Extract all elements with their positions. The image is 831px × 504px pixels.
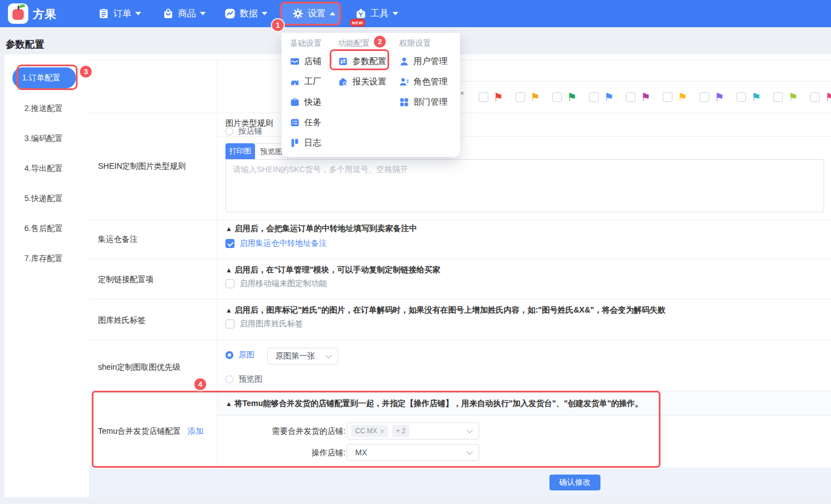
original-image-select[interactable]: 原图第一张 [267, 348, 338, 365]
menu-section-basic: 基础设置 [290, 39, 322, 49]
operate-shop-select[interactable]: MX [347, 444, 479, 461]
bag-icon [163, 8, 174, 19]
flag-icon: ⚑ [751, 92, 761, 102]
nav-label: 设置 [308, 8, 326, 20]
radio-circle[interactable] [225, 375, 233, 383]
checkbox-checked[interactable] [225, 239, 235, 248]
flag-checkbox[interactable] [773, 92, 783, 102]
flag-checkbox[interactable] [663, 92, 672, 102]
flag-icon: ⚑ [567, 92, 577, 102]
toolbox-icon [355, 8, 367, 19]
menu-item-user-management[interactable]: 用户管理 [399, 55, 448, 67]
flag-checkbox[interactable] [810, 92, 820, 102]
chevron-down-icon [200, 12, 206, 15]
sliders-icon [338, 57, 348, 66]
chart-icon [224, 8, 236, 19]
nav-item-settings[interactable]: 设置 [292, 0, 335, 27]
flag-checkbox[interactable] [736, 92, 746, 102]
chevron-down-icon [262, 12, 267, 15]
warehouse-checkbox-row[interactable]: 启用集运仓中转地址备注 [225, 238, 327, 249]
flag-checkbox[interactable] [700, 92, 709, 102]
package-icon [290, 97, 300, 107]
nav-label: 商品 [178, 8, 196, 20]
menu-item-role-management[interactable]: 角色管理 [399, 76, 448, 87]
menu-item-customs-settings[interactable]: 报关设置 [338, 76, 386, 87]
merge-shops-multiselect[interactable]: CC MX × + 2 [347, 422, 479, 439]
apple-icon [12, 9, 24, 20]
flag-option: ⚑ [589, 92, 613, 102]
page-title: 参数配置 [6, 38, 44, 51]
tab-print-image[interactable]: 打印图 [225, 143, 255, 159]
sidebar-item-aftersale-config[interactable]: 6.售后配置 [24, 224, 63, 234]
flag-checkbox[interactable] [552, 92, 562, 102]
flag-checkbox[interactable] [515, 92, 525, 102]
field-label-operate-shop: 操作店铺: [229, 448, 346, 458]
checkbox-label: 启用集运仓中转地址备注 [240, 238, 327, 249]
new-badge: NEW [350, 19, 365, 27]
radio-original-image[interactable]: 原图 [225, 350, 254, 360]
confirm-button[interactable]: 确认修改 [549, 475, 600, 490]
row-label-surname-tag: 图库姓氏标签 [98, 315, 146, 326]
surname-tag-checkbox-row[interactable]: 启用图库姓氏标签 [225, 319, 303, 329]
footer-bar: 确认修改 [89, 468, 831, 497]
sidebar-item-stock-config[interactable]: 7.库存配置 [24, 254, 63, 264]
sidebar-item-express-config[interactable]: 5.快递配置 [24, 194, 63, 204]
menu-item-log[interactable]: 日志 [290, 137, 321, 148]
flag-checkbox[interactable] [626, 92, 636, 102]
row-label-warehouse-note: 集运仓备注 [98, 234, 138, 245]
flag-option: ⚑ [515, 92, 540, 102]
gear-icon [292, 8, 304, 19]
add-link[interactable]: 添加 [187, 426, 203, 435]
menu-item-param-config[interactable]: 参数配置 [338, 55, 386, 67]
flag-option: ⚑ [552, 92, 577, 102]
flag-checkbox[interactable] [479, 92, 488, 102]
remove-tag-icon[interactable]: × [380, 427, 385, 435]
hidden-tag-remnant: × [460, 89, 464, 97]
skc-input-textarea[interactable] [225, 159, 824, 212]
menu-item-department-management[interactable]: 部门管理 [399, 96, 448, 108]
row-label-shein-rule: SHEIN定制图片类型规则 [98, 161, 186, 172]
temu-warning: ▲ 将Temu能够合并发货的店铺配置到一起，并指定【操作店铺】，用来自动执行"加… [225, 399, 643, 409]
nav-item-data[interactable]: 数据 [224, 0, 267, 27]
chevron-down-icon [325, 352, 331, 358]
sidebar-item-export-config[interactable]: 4.导出配置 [24, 164, 63, 174]
settings-dropdown-menu: 基础设置 功能配置 权限设置 店铺 工厂 快递 任务 日志 参数配置 报关设置 … [282, 33, 460, 157]
chevron-up-icon [330, 12, 335, 15]
apple-leaf [19, 4, 25, 8]
nav-item-products[interactable]: 商品 [163, 0, 206, 27]
checkbox-unchecked[interactable] [225, 319, 235, 328]
user-roles-icon [399, 77, 409, 87]
radio-circle[interactable] [225, 127, 233, 135]
annotation-box-sidebar [16, 65, 78, 90]
menu-item-shop[interactable]: 店铺 [290, 55, 321, 67]
flag-icon: ⚑ [677, 92, 687, 102]
radio-preview-image[interactable]: 预览图 [225, 374, 262, 385]
radio-circle-selected[interactable] [225, 351, 233, 359]
menu-section-function: 功能配置 [338, 39, 370, 49]
log-icon [290, 138, 300, 148]
menu-item-task[interactable]: 任务 [290, 117, 321, 128]
flag-option: ⚑ [736, 92, 761, 102]
step-badge-2: 2 [374, 36, 386, 48]
field-label-merge-shops: 需要合并发货的店铺: [229, 426, 346, 437]
flags-row: ⚑⚑⚑⚑⚑⚑⚑⚑⚑⚑ [479, 81, 831, 113]
radio-label: 原图 [238, 350, 254, 360]
custom-link-checkbox-row[interactable]: 启用移动端来图定制功能 [225, 279, 327, 289]
chevron-down-icon [466, 449, 472, 455]
warning-icon: ▲ [225, 306, 232, 314]
checkbox-label: 启用图库姓氏标签 [240, 319, 303, 329]
menu-item-express[interactable]: 快递 [290, 96, 321, 108]
nav-item-orders[interactable]: 订单 [98, 0, 141, 27]
flag-checkbox[interactable] [589, 92, 599, 102]
clipboard-icon [98, 8, 109, 19]
custom-link-warning: ▲ 启用后，在"订单管理"模块，可以手动复制定制链接给买家 [225, 265, 440, 275]
row-label-custom-link: 定制链接配置项 [98, 275, 154, 285]
brand-name: 方果 [33, 7, 57, 22]
checkbox-unchecked[interactable] [225, 279, 235, 288]
sidebar-item-code-config[interactable]: 3.编码配置 [24, 134, 63, 144]
app-logo[interactable] [8, 3, 28, 24]
menu-item-factory[interactable]: 工厂 [290, 76, 321, 87]
row-label-temu-merge: Temu合并发货店铺配置 添加 [98, 426, 203, 437]
settings-table: 按店铺 × ⚑⚑⚑⚑⚑⚑⚑⚑⚑⚑ SHEIN定制图片类型规则 图片类型规则 打印… [89, 54, 831, 497]
sidebar-item-push-config[interactable]: 2.推送配置 [24, 104, 63, 114]
